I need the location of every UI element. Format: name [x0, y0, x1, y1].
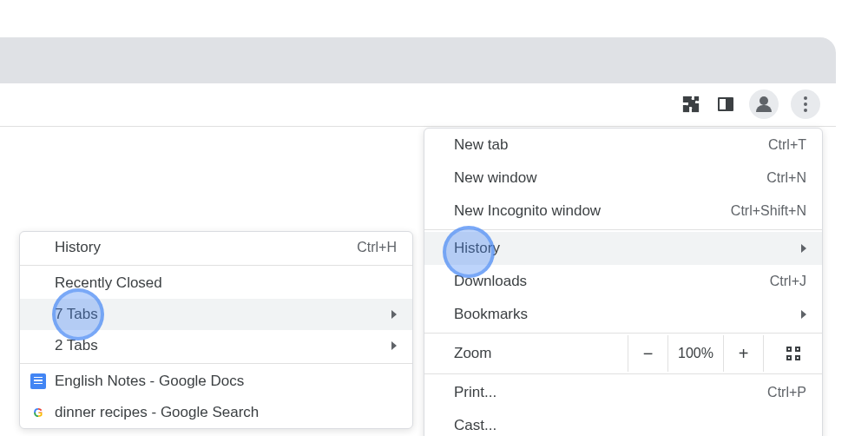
submenu-label: English Notes - Google Docs [55, 373, 244, 390]
menu-item-new-tab[interactable]: New tab Ctrl+T [424, 129, 822, 162]
menu-label: Cast... [454, 417, 496, 434]
extensions-icon[interactable] [680, 93, 702, 116]
submenu-item-history[interactable]: History Ctrl+H [20, 232, 412, 263]
menu-divider [20, 265, 412, 266]
menu-item-bookmarks[interactable]: Bookmarks [424, 298, 822, 331]
submenu-label: dinner recipes - Google Search [55, 404, 259, 421]
menu-shortcut: Ctrl+T [768, 137, 806, 153]
menu-item-cast[interactable]: Cast... [424, 409, 822, 436]
submenu-label: 7 Tabs [55, 306, 98, 323]
side-panel-icon[interactable] [714, 93, 737, 116]
submenu-shortcut: Ctrl+H [357, 240, 397, 255]
zoom-value: 100% [667, 335, 723, 372]
menu-item-incognito[interactable]: New Incognito window Ctrl+Shift+N [424, 195, 822, 228]
submenu-arrow-icon [391, 341, 397, 350]
menu-item-downloads[interactable]: Downloads Ctrl+J [424, 265, 822, 298]
menu-item-new-window[interactable]: New window Ctrl+N [424, 162, 822, 195]
submenu-label: History [55, 239, 101, 256]
zoom-in-button[interactable]: + [723, 335, 763, 372]
profile-icon[interactable] [749, 89, 779, 119]
browser-toolbar [0, 83, 836, 125]
submenu-label: Recently Closed [55, 274, 162, 292]
menu-divider [424, 373, 822, 374]
submenu-item-search[interactable]: G dinner recipes - Google Search [20, 397, 412, 428]
submenu-arrow-icon [391, 310, 397, 319]
menu-shortcut: Ctrl+Shift+N [731, 203, 806, 219]
google-icon: G [30, 405, 46, 420]
submenu-arrow-icon [801, 310, 806, 319]
menu-item-zoom: Zoom − 100% + [424, 335, 822, 372]
menu-label: New Incognito window [454, 202, 601, 220]
fullscreen-icon [786, 347, 800, 360]
browser-menu: New tab Ctrl+T New window Ctrl+N New Inc… [424, 128, 823, 436]
submenu-item-2-tabs[interactable]: 2 Tabs [20, 330, 412, 361]
menu-item-history[interactable]: History [424, 232, 822, 265]
toolbar-divider [0, 126, 836, 127]
menu-shortcut: Ctrl+J [770, 274, 806, 289]
history-submenu: History Ctrl+H Recently Closed 7 Tabs 2 … [19, 231, 413, 429]
submenu-label: 2 Tabs [55, 337, 98, 354]
submenu-item-docs[interactable]: English Notes - Google Docs [20, 366, 412, 397]
submenu-item-7-tabs[interactable]: 7 Tabs [20, 299, 412, 330]
menu-label: Bookmarks [454, 306, 528, 323]
menu-label: History [454, 240, 500, 257]
submenu-heading-recently-closed: Recently Closed [20, 268, 412, 299]
menu-shortcut: Ctrl+P [767, 385, 806, 400]
zoom-out-button[interactable]: − [628, 335, 667, 372]
menu-divider [424, 229, 822, 230]
fullscreen-button[interactable] [763, 335, 822, 372]
tab-strip [0, 37, 836, 83]
menu-shortcut: Ctrl+N [766, 170, 806, 186]
menu-divider [20, 363, 412, 364]
zoom-controls: − 100% + [628, 335, 822, 372]
submenu-arrow-icon [801, 244, 806, 253]
menu-divider [424, 333, 822, 334]
menu-item-print[interactable]: Print... Ctrl+P [424, 376, 822, 409]
menu-label: Print... [454, 384, 496, 401]
google-docs-icon [30, 373, 46, 389]
menu-label: Downloads [454, 273, 527, 290]
menu-label: New tab [454, 136, 508, 154]
zoom-label: Zoom [454, 345, 628, 362]
more-menu-icon[interactable] [791, 89, 820, 119]
menu-label: New window [454, 169, 536, 187]
